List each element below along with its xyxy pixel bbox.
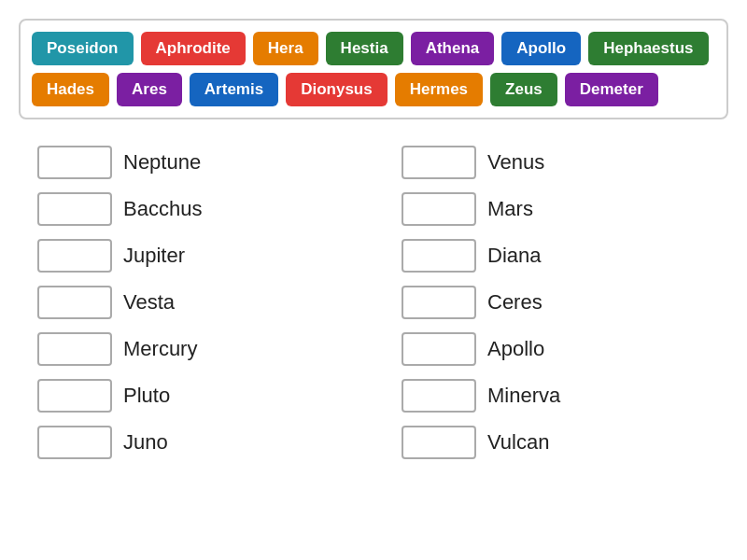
- match-label-juno: Juno: [123, 430, 168, 455]
- match-label-diana: Diana: [487, 244, 541, 268]
- match-column-right: VenusMarsDianaCeresApolloMinervaVulcan: [402, 142, 728, 463]
- word-chip-hades[interactable]: Hades: [32, 73, 109, 106]
- word-chip-artemis[interactable]: Artemis: [190, 73, 278, 106]
- word-chip-athena[interactable]: Athena: [411, 32, 495, 65]
- drop-box-diana[interactable]: [402, 239, 476, 273]
- match-label-bacchus: Bacchus: [123, 197, 202, 221]
- match-label-mercury: Mercury: [123, 337, 197, 361]
- match-row-diana: Diana: [402, 235, 728, 276]
- drop-box-neptune[interactable]: [37, 146, 112, 179]
- match-row-pluto: Pluto: [37, 375, 364, 416]
- match-label-venus: Venus: [487, 150, 544, 175]
- match-area: NeptuneBacchusJupiterVestaMercuryPlutoJu…: [19, 142, 728, 463]
- match-row-apollo-roman: Apollo: [402, 329, 728, 370]
- drop-box-juno[interactable]: [37, 426, 112, 459]
- word-chip-ares[interactable]: Ares: [117, 73, 182, 106]
- drop-box-bacchus[interactable]: [37, 192, 112, 226]
- drop-box-mercury[interactable]: [37, 332, 112, 366]
- word-bank: PoseidonAphroditeHeraHestiaAthenaApolloH…: [19, 19, 728, 119]
- word-chip-demeter[interactable]: Demeter: [565, 73, 658, 106]
- match-column-left: NeptuneBacchusJupiterVestaMercuryPlutoJu…: [37, 142, 364, 463]
- word-chip-dionysus[interactable]: Dionysus: [286, 73, 388, 106]
- word-chip-poseidon[interactable]: Poseidon: [32, 32, 134, 65]
- match-label-minerva: Minerva: [487, 384, 560, 408]
- word-chip-apollo[interactable]: Apollo: [501, 32, 581, 65]
- match-row-minerva: Minerva: [402, 375, 728, 416]
- drop-box-ceres[interactable]: [402, 286, 476, 319]
- match-row-mercury: Mercury: [37, 329, 364, 370]
- match-label-apollo-roman: Apollo: [487, 337, 544, 361]
- word-chip-hera[interactable]: Hera: [253, 32, 318, 65]
- drop-box-jupiter[interactable]: [37, 239, 112, 273]
- match-label-neptune: Neptune: [123, 150, 201, 175]
- drop-box-minerva[interactable]: [402, 379, 476, 413]
- drop-box-mars[interactable]: [402, 192, 476, 226]
- match-row-ceres: Ceres: [402, 282, 728, 323]
- match-row-bacchus: Bacchus: [37, 189, 364, 230]
- match-label-ceres: Ceres: [487, 290, 543, 315]
- match-row-vesta: Vesta: [37, 282, 364, 323]
- match-row-venus: Venus: [402, 142, 728, 183]
- word-chip-hermes[interactable]: Hermes: [395, 73, 483, 106]
- drop-box-vulcan[interactable]: [402, 426, 476, 459]
- drop-box-venus[interactable]: [402, 146, 476, 179]
- match-label-pluto: Pluto: [123, 384, 170, 408]
- word-chip-zeus[interactable]: Zeus: [490, 73, 557, 106]
- match-label-mars: Mars: [487, 197, 533, 221]
- match-row-vulcan: Vulcan: [402, 422, 728, 463]
- drop-box-pluto[interactable]: [37, 379, 112, 413]
- word-chip-hephaestus[interactable]: Hephaestus: [588, 32, 708, 65]
- match-label-vulcan: Vulcan: [487, 430, 549, 455]
- match-row-neptune: Neptune: [37, 142, 364, 183]
- match-row-mars: Mars: [402, 189, 728, 230]
- match-label-jupiter: Jupiter: [123, 244, 185, 268]
- word-chip-aphrodite[interactable]: Aphrodite: [141, 32, 246, 65]
- match-row-jupiter: Jupiter: [37, 235, 364, 276]
- word-chip-hestia[interactable]: Hestia: [326, 32, 403, 65]
- drop-box-apollo-roman[interactable]: [402, 332, 476, 366]
- match-row-juno: Juno: [37, 422, 364, 463]
- drop-box-vesta[interactable]: [37, 286, 112, 319]
- match-label-vesta: Vesta: [123, 290, 175, 315]
